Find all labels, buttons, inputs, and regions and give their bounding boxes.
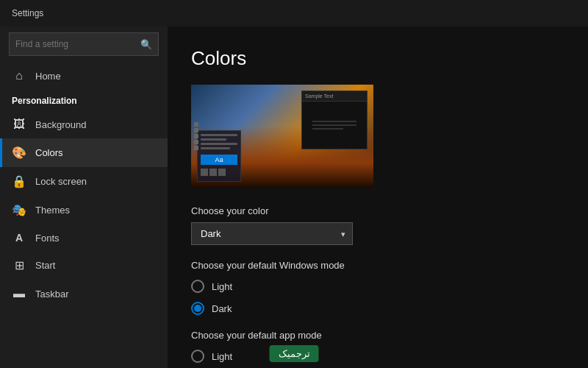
- start-label: Start: [35, 260, 55, 271]
- home-icon: ⌂: [12, 69, 26, 82]
- color-dropdown-wrapper[interactable]: Light Dark Custom ▾: [191, 222, 353, 245]
- sidebar-item-colors[interactable]: 🎨 Colors: [0, 138, 168, 167]
- app-mode-light-option[interactable]: Light: [191, 350, 564, 363]
- sidebar-item-taskbar[interactable]: ▬ Taskbar: [0, 280, 168, 308]
- preview-window-content: [302, 102, 367, 149]
- top-bar: Settings: [0, 0, 588, 26]
- colors-icon: 🎨: [12, 146, 26, 160]
- preview-start-menu: Aa: [197, 130, 241, 182]
- app-mode-light-radio[interactable]: [191, 350, 204, 363]
- windows-mode-light-option[interactable]: Light: [191, 280, 564, 293]
- sidebar-item-home[interactable]: ⌂ Home: [0, 62, 168, 90]
- settings-title: Settings: [12, 8, 43, 18]
- sidebar-item-background[interactable]: 🖼 Background: [0, 110, 168, 138]
- search-input[interactable]: [15, 39, 140, 49]
- taskbar-label: Taskbar: [35, 289, 69, 300]
- preview-window-header: Sample Text: [302, 91, 367, 102]
- color-section-label: Choose your color: [191, 205, 564, 216]
- color-dropdown[interactable]: Light Dark Custom: [191, 222, 353, 245]
- app-mode-group: Choose your default app mode Light Dark: [191, 330, 564, 368]
- main-layout: 🔍 ⌂ Home Personalization 🖼 Background 🎨 …: [0, 26, 588, 368]
- preview-aa-tile: Aa: [201, 155, 237, 165]
- preview-tiles: [191, 119, 201, 153]
- search-bar[interactable]: 🔍: [9, 32, 159, 56]
- translator-badge: ترجمیک: [270, 345, 319, 362]
- windows-mode-light-radio[interactable]: [191, 280, 204, 293]
- lock-icon: 🔒: [12, 174, 26, 188]
- colors-label: Colors: [35, 147, 63, 158]
- themes-icon: 🎭: [12, 203, 26, 217]
- windows-mode-label: Choose your default Windows mode: [191, 260, 564, 271]
- background-label: Background: [35, 119, 86, 130]
- preview-dark-window: Sample Text: [301, 91, 368, 149]
- content-area: Colors Sample Text: [168, 26, 588, 368]
- sidebar-item-start[interactable]: ⊞ Start: [0, 251, 168, 280]
- sidebar-item-lock-screen[interactable]: 🔒 Lock screen: [0, 167, 168, 196]
- windows-mode-light-label: Light: [212, 281, 232, 292]
- windows-mode-dark-radio[interactable]: [191, 302, 204, 315]
- sidebar-item-themes[interactable]: 🎭 Themes: [0, 196, 168, 224]
- sidebar-item-fonts[interactable]: A Fonts: [0, 224, 168, 251]
- personalization-label: Personalization: [0, 90, 168, 110]
- search-icon: 🔍: [140, 39, 152, 50]
- app-mode-label: Choose your default app mode: [191, 330, 564, 341]
- theme-preview: Sample Text Aa: [191, 85, 373, 188]
- start-icon: ⊞: [12, 258, 26, 272]
- lock-screen-label: Lock screen: [35, 176, 87, 187]
- home-label: Home: [35, 71, 61, 82]
- windows-mode-group: Choose your default Windows mode Light D…: [191, 260, 564, 315]
- windows-mode-dark-option[interactable]: Dark: [191, 302, 564, 315]
- fonts-label: Fonts: [35, 233, 60, 244]
- taskbar-icon: ▬: [12, 287, 26, 300]
- sample-text: Sample Text: [305, 93, 333, 99]
- background-icon: 🖼: [12, 118, 26, 131]
- page-title: Colors: [191, 47, 564, 70]
- fonts-icon: A: [12, 232, 26, 244]
- app-mode-light-label: Light: [212, 351, 232, 362]
- windows-mode-dark-label: Dark: [212, 303, 232, 314]
- themes-label: Themes: [35, 205, 70, 216]
- sidebar: 🔍 ⌂ Home Personalization 🖼 Background 🎨 …: [0, 26, 168, 368]
